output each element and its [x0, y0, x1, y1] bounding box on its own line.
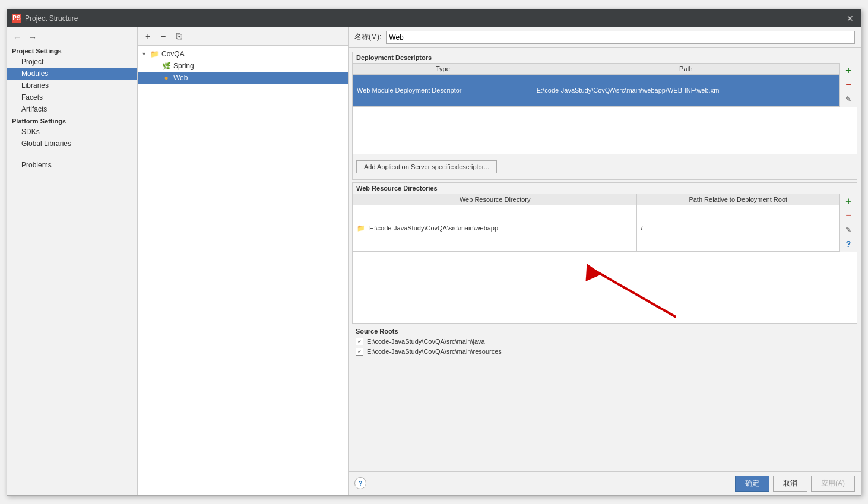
source-root-item-resources: ✓ E:\code-JavaStudy\CovQA\src\main\resou…: [352, 347, 857, 357]
arrow-annotation: [353, 252, 857, 323]
sidebar-item-sdks[interactable]: SDKs: [7, 126, 137, 138]
module-name-input[interactable]: [386, 31, 855, 44]
name-label: 名称(M):: [354, 32, 381, 42]
edit-descriptor-button[interactable]: ✎: [842, 93, 855, 106]
toggle-icon: ▾: [142, 50, 150, 57]
descriptor-type-cell: Web Module Deployment Descriptor: [353, 74, 533, 106]
source-root-item-java: ✓ E:\code-JavaStudy\CovQA\src\main\java: [352, 337, 857, 347]
web-resource-table: Web Resource Directory Path Relative to …: [353, 194, 840, 252]
bottom-bar: ? 确定 取消 应用(A): [349, 471, 861, 495]
nav-back-button[interactable]: ←: [11, 31, 24, 44]
tree-node-label: Web: [173, 74, 188, 82]
sidebar-item-problems[interactable]: Problems: [7, 159, 137, 171]
project-settings-label: Project Settings: [7, 45, 137, 56]
tree-node-spring[interactable]: 🌿 Spring: [138, 60, 348, 72]
sidebar: ← → Project Settings Project Modules Lib…: [7, 27, 138, 495]
help-button[interactable]: ?: [354, 477, 366, 489]
remove-descriptor-button[interactable]: −: [842, 78, 855, 91]
source-root-path-java: E:\code-JavaStudy\CovQA\src\main\java: [367, 338, 485, 345]
main-content: ← → Project Settings Project Modules Lib…: [7, 27, 861, 495]
close-button[interactable]: ✕: [844, 12, 856, 24]
project-structure-dialog: PS Project Structure ✕ ← → Project Setti…: [7, 9, 861, 496]
tree-toolbar: + − ⎘: [138, 27, 348, 46]
svg-line-0: [593, 270, 676, 317]
web-resource-dir-cell: 📁 E:\code-JavaStudy\CovQA\src\main\webap…: [353, 205, 637, 251]
title-bar: PS Project Structure ✕: [7, 9, 861, 27]
nav-forward-button[interactable]: →: [26, 31, 39, 44]
bottom-right: 确定 取消 应用(A): [735, 476, 855, 492]
tree-node-label: CovQA: [161, 50, 185, 58]
tree-node-covqa[interactable]: ▾ 📁 CovQA: [138, 48, 348, 60]
sidebar-item-libraries[interactable]: Libraries: [7, 80, 137, 91]
platform-settings-label: Platform Settings: [7, 115, 137, 126]
source-roots-section: Source Roots ✓ E:\code-JavaStudy\CovQA\s…: [352, 326, 857, 357]
deployment-descriptors-table: Type Path Web Module Deployment Descript…: [353, 63, 840, 107]
col-directory-header: Web Resource Directory: [353, 194, 637, 205]
sidebar-item-modules[interactable]: Modules: [7, 68, 137, 80]
web-resource-directories-section: Web Resource Directories Web Resource Di…: [352, 182, 857, 324]
col-type-header: Type: [353, 63, 533, 74]
sidebar-item-global-libraries[interactable]: Global Libraries: [7, 138, 137, 150]
tree-remove-button[interactable]: −: [157, 30, 170, 43]
right-panel: 名称(M): Deployment Descriptors Type Path: [349, 27, 861, 495]
sidebar-item-facets[interactable]: Facets: [7, 91, 137, 103]
descriptor-path-cell: E:\code-JavaStudy\CovQA\src\main\webapp\…: [533, 74, 839, 106]
tree-copy-button[interactable]: ⎘: [172, 30, 185, 43]
col-deployment-path-header: Path Relative to Deployment Root: [637, 194, 840, 205]
web-resource-table-area: Web Resource Directory Path Relative to …: [353, 194, 857, 252]
source-root-checkbox-java[interactable]: ✓: [356, 338, 363, 345]
sidebar-item-artifacts[interactable]: Artifacts: [7, 103, 137, 115]
source-roots-header: Source Roots: [352, 326, 857, 337]
web-resource-buttons: + − ✎ ?: [840, 194, 857, 252]
deployment-descriptors-buttons: + − ✎: [840, 63, 857, 107]
cancel-button[interactable]: 取消: [773, 476, 807, 492]
app-icon: PS: [12, 14, 21, 23]
tree-content: ▾ 📁 CovQA 🌿 Spring ● Web: [138, 46, 348, 495]
module-tree-panel: + − ⎘ ▾ 📁 CovQA 🌿 Spring: [138, 27, 349, 495]
source-root-checkbox-resources[interactable]: ✓: [356, 348, 363, 356]
deployment-descriptors-header: Deployment Descriptors: [353, 52, 857, 63]
name-row: 名称(M):: [349, 27, 861, 48]
ok-button[interactable]: 确定: [735, 476, 769, 492]
bottom-left: ?: [354, 477, 366, 489]
dialog-title: Project Structure: [25, 14, 78, 23]
add-descriptor-button[interactable]: +: [842, 64, 855, 77]
tree-node-label: Spring: [173, 62, 194, 70]
red-arrow-svg: [353, 252, 857, 323]
add-app-server-descriptor-button[interactable]: Add Application Server specific descript…: [356, 160, 497, 173]
web-resource-directories-header: Web Resource Directories: [353, 183, 857, 194]
tree-add-button[interactable]: +: [141, 30, 154, 43]
col-path-header: Path: [533, 63, 839, 74]
title-bar-left: PS Project Structure: [12, 14, 78, 23]
tree-node-web[interactable]: ● Web: [138, 72, 348, 84]
spring-icon: 🌿: [161, 61, 171, 71]
edit-web-resource-button[interactable]: ✎: [842, 223, 855, 236]
sidebar-item-project[interactable]: Project: [7, 56, 137, 68]
table-row[interactable]: Web Module Deployment Descriptor E:\code…: [353, 74, 840, 106]
web-icon: ●: [161, 73, 171, 83]
add-web-resource-button[interactable]: +: [842, 195, 855, 208]
deployment-descriptors-table-area: Type Path Web Module Deployment Descript…: [353, 63, 857, 107]
remove-web-resource-button[interactable]: −: [842, 209, 855, 222]
help-web-resource-button[interactable]: ?: [842, 237, 855, 251]
deployment-descriptors-section: Deployment Descriptors Type Path Web Mod…: [352, 52, 857, 180]
sidebar-nav: ← →: [7, 30, 137, 45]
folder-icon: 📁: [150, 49, 159, 59]
table-row[interactable]: 📁 E:\code-JavaStudy\CovQA\src\main\webap…: [353, 205, 840, 251]
apply-button[interactable]: 应用(A): [811, 476, 855, 492]
source-root-path-resources: E:\code-JavaStudy\CovQA\src\main\resourc…: [367, 348, 502, 355]
web-resource-path-cell: /: [637, 205, 840, 251]
